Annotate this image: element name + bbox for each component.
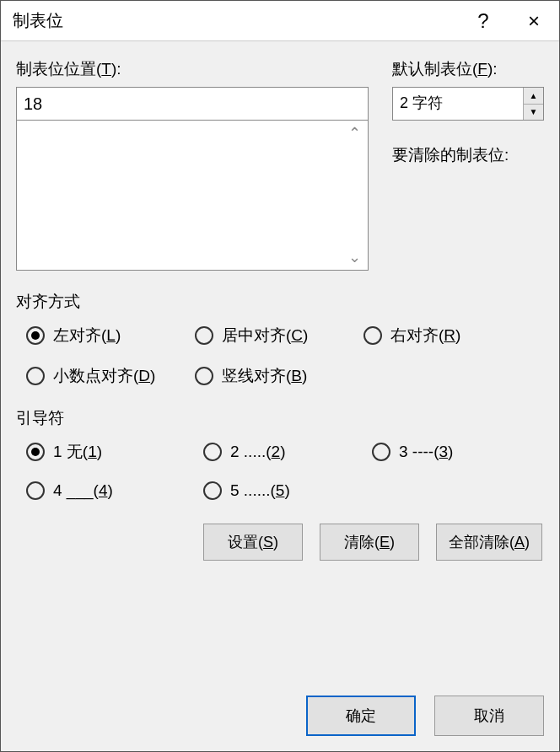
dialog-button-row: 确定 取消 (1, 696, 559, 751)
top-row: 制表位位置(T): ⌃ ⌄ 默认制表位(F): 2 字符 ▲ ▼ (16, 58, 544, 271)
radio-icon (26, 326, 45, 345)
dialog-content: 制表位位置(T): ⌃ ⌄ 默认制表位(F): 2 字符 ▲ ▼ (1, 41, 559, 696)
leader-none-radio[interactable]: 1 无(1) (26, 441, 203, 463)
alignment-section-title: 对齐方式 (16, 291, 544, 313)
clear-button[interactable]: 清除(E) (320, 524, 419, 561)
alignment-group: 左对齐(L) 居中对齐(C) 右对齐(R) 小数点对齐(D) 竖线对齐(B) (16, 325, 544, 387)
tab-position-column: 制表位位置(T): ⌃ ⌄ (16, 58, 369, 271)
leader-smalldots-radio[interactable]: 5 ......(5) (203, 481, 372, 500)
titlebar: 制表位 ? × (1, 1, 559, 41)
close-button[interactable]: × (509, 1, 559, 41)
default-tab-label: 默认制表位(F): (392, 58, 544, 80)
list-scroll-down-icon: ⌄ (348, 248, 361, 266)
radio-icon (372, 443, 390, 461)
clear-all-button[interactable]: 全部清除(A) (436, 524, 542, 561)
cancel-button[interactable]: 取消 (434, 696, 544, 736)
leader-dashes-radio[interactable]: 3 ----(3) (372, 441, 544, 463)
radio-icon (195, 367, 213, 385)
set-button[interactable]: 设置(S) (203, 524, 303, 561)
default-tab-value[interactable]: 2 字符 (393, 88, 523, 120)
spinner-down-button[interactable]: ▼ (524, 104, 543, 121)
tab-position-input[interactable] (16, 87, 369, 121)
help-button[interactable]: ? (458, 1, 509, 41)
tab-position-list[interactable]: ⌃ ⌄ (16, 121, 369, 271)
leader-group: 1 无(1) 2 .....(2) 3 ----(3) 4 ___(4) 5 .… (16, 441, 544, 500)
radio-icon (363, 326, 382, 345)
tab-position-label: 制表位位置(T): (16, 58, 369, 80)
align-left-radio[interactable]: 左对齐(L) (26, 325, 195, 346)
list-scroll-up-icon: ⌃ (348, 124, 361, 142)
align-decimal-radio[interactable]: 小数点对齐(D) (26, 365, 195, 387)
radio-icon (26, 481, 45, 500)
align-bar-radio[interactable]: 竖线对齐(B) (195, 365, 363, 387)
radio-icon (26, 367, 45, 385)
spinner-buttons: ▲ ▼ (523, 88, 543, 120)
dialog-title: 制表位 (13, 9, 458, 32)
spinner-up-button[interactable]: ▲ (524, 88, 543, 104)
leader-section-title: 引导符 (16, 407, 544, 429)
radio-icon (26, 443, 45, 461)
default-tab-column: 默认制表位(F): 2 字符 ▲ ▼ 要清除的制表位: (392, 58, 544, 271)
align-center-radio[interactable]: 居中对齐(C) (195, 325, 363, 346)
tab-action-row: 设置(S) 清除(E) 全部清除(A) (16, 524, 544, 561)
leader-underline-radio[interactable]: 4 ___(4) (26, 481, 203, 500)
align-right-radio[interactable]: 右对齐(R) (363, 325, 544, 346)
ok-button[interactable]: 确定 (306, 696, 416, 736)
tabs-dialog: 制表位 ? × 制表位位置(T): ⌃ ⌄ 默认制表位(F): 2 字符 (0, 0, 560, 752)
to-clear-label: 要清除的制表位: (392, 144, 544, 166)
radio-icon (203, 443, 222, 461)
leader-dots-radio[interactable]: 2 .....(2) (203, 441, 372, 463)
default-tab-spinner[interactable]: 2 字符 ▲ ▼ (392, 87, 544, 121)
radio-icon (195, 326, 213, 345)
radio-icon (203, 481, 222, 500)
